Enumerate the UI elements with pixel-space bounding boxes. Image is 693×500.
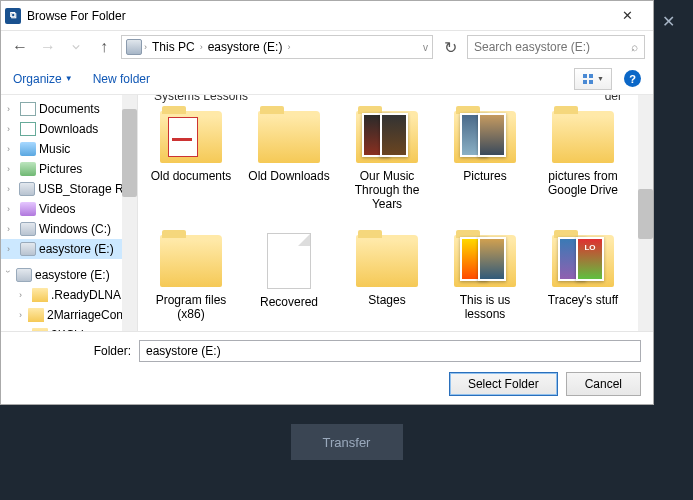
partial-label-right[interactable]: der xyxy=(605,95,622,103)
close-icon[interactable]: ✕ xyxy=(605,2,649,30)
chevron-right-icon[interactable]: › xyxy=(287,42,290,52)
tree-item-group[interactable]: ›easystore (E:) xyxy=(1,265,137,285)
tree-label: Documents xyxy=(39,102,100,116)
tree-item[interactable]: ›.ReadyDLNA xyxy=(1,285,137,305)
folder-icon: LO xyxy=(552,235,614,287)
crumb-drive[interactable]: easystore (E:) xyxy=(205,40,286,54)
expander-icon[interactable]: › xyxy=(7,124,17,134)
new-folder-button[interactable]: New folder xyxy=(93,72,150,86)
tree-label: .ReadyDLNA xyxy=(51,288,121,302)
expander-icon[interactable]: › xyxy=(7,244,17,254)
folder-icon xyxy=(356,111,418,163)
folder-input[interactable] xyxy=(139,340,641,362)
expander-icon[interactable]: › xyxy=(7,144,17,154)
nav-bar: ← → ↑ › This PC › easystore (E:) › v ↻ ⌕ xyxy=(1,31,653,63)
pic-icon xyxy=(20,162,36,176)
tree-item[interactable]: ›2MarriageConfer xyxy=(1,305,137,325)
tree-item[interactable]: ›Videos xyxy=(1,199,137,219)
folder-icon xyxy=(454,111,516,163)
drv-icon xyxy=(19,182,35,196)
tree-label: easystore (E:) xyxy=(35,268,110,282)
tree-scrollbar[interactable] xyxy=(122,95,137,331)
expander-icon[interactable]: › xyxy=(7,204,17,214)
folder-icon xyxy=(160,235,222,287)
tree-item[interactable]: ›Downloads xyxy=(1,119,137,139)
items-grid: Old documentsOld DownloadsOur Music Thro… xyxy=(138,107,638,331)
folder-item[interactable]: Recovered xyxy=(240,231,338,331)
tree-item[interactable]: ›3KCideas xyxy=(1,325,137,331)
titlebar: ⧉ Browse For Folder ✕ xyxy=(1,1,653,31)
up-icon[interactable]: ↑ xyxy=(93,36,115,58)
expander-icon[interactable]: › xyxy=(3,270,13,280)
help-icon[interactable]: ? xyxy=(624,70,641,87)
background-close-icon[interactable]: ✕ xyxy=(662,12,675,31)
folder-label: Folder: xyxy=(13,344,131,358)
item-label: Old Downloads xyxy=(246,169,331,183)
recent-icon[interactable] xyxy=(65,36,87,58)
partial-row: Systems Lessons der xyxy=(138,95,638,103)
chevron-right-icon[interactable]: › xyxy=(200,42,203,52)
item-label: This is us lessons xyxy=(436,293,534,321)
organize-button[interactable]: Organize▼ xyxy=(13,72,73,86)
expander-icon[interactable]: › xyxy=(7,164,17,174)
expander-icon[interactable]: › xyxy=(19,290,29,300)
tree-label: 3KCideas xyxy=(51,328,103,331)
expander-icon[interactable]: › xyxy=(19,330,29,331)
expander-icon[interactable]: › xyxy=(7,184,16,194)
cancel-button[interactable]: Cancel xyxy=(566,372,641,396)
dialog-footer: Folder: Select Folder Cancel xyxy=(1,331,653,404)
item-label: Stages xyxy=(366,293,407,307)
item-label: Old documents xyxy=(149,169,234,183)
tree-item[interactable]: ›USB_Storage Rea xyxy=(1,179,137,199)
expander-icon[interactable]: › xyxy=(7,104,17,114)
tree-item[interactable]: ›Music xyxy=(1,139,137,159)
folder-item[interactable]: Our Music Through the Years xyxy=(338,107,436,231)
svg-rect-2 xyxy=(583,80,587,84)
folder-item[interactable]: Old documents xyxy=(142,107,240,231)
tree-label: easystore (E:) xyxy=(39,242,114,256)
search-box[interactable]: ⌕ xyxy=(467,35,645,59)
folder-icon xyxy=(32,328,48,331)
back-icon[interactable]: ← xyxy=(9,36,31,58)
tree-label: Music xyxy=(39,142,70,156)
tree-item[interactable]: ›Pictures xyxy=(1,159,137,179)
item-label: Program files (x86) xyxy=(142,293,240,321)
folder-item[interactable]: Pictures xyxy=(436,107,534,231)
search-input[interactable] xyxy=(474,40,614,54)
address-bar[interactable]: › This PC › easystore (E:) › v xyxy=(121,35,433,59)
folder-item[interactable]: This is us lessons xyxy=(436,231,534,331)
nav-tree: ›Documents›Downloads›Music›Pictures›USB_… xyxy=(1,95,138,331)
partial-label-left[interactable]: Systems Lessons xyxy=(154,95,248,103)
crumb-this-pc[interactable]: This PC xyxy=(149,40,198,54)
item-label: pictures from Google Drive xyxy=(534,169,632,197)
expander-icon[interactable]: › xyxy=(7,224,17,234)
content-scroll-thumb[interactable] xyxy=(638,189,653,239)
search-icon[interactable]: ⌕ xyxy=(631,40,638,54)
svg-rect-3 xyxy=(589,80,593,84)
folder-icon xyxy=(454,235,516,287)
folder-item[interactable]: LOTracey's stuff xyxy=(534,231,632,331)
select-folder-button[interactable]: Select Folder xyxy=(449,372,558,396)
dropdown-icon[interactable]: v xyxy=(423,42,428,53)
view-mode-button[interactable]: ▼ xyxy=(574,68,612,90)
transfer-button[interactable]: Transfer xyxy=(291,424,403,460)
tree-item[interactable]: ›easystore (E:) xyxy=(1,239,137,259)
refresh-icon[interactable]: ↻ xyxy=(439,36,461,58)
browse-folder-dialog: ⧉ Browse For Folder ✕ ← → ↑ › This PC › … xyxy=(0,0,654,405)
expander-icon[interactable]: › xyxy=(19,310,25,320)
folder-item[interactable]: Program files (x86) xyxy=(142,231,240,331)
tree-item[interactable]: ›Windows (C:) xyxy=(1,219,137,239)
tree-label: Windows (C:) xyxy=(39,222,111,236)
drv-icon xyxy=(20,242,36,256)
item-label: Tracey's stuff xyxy=(546,293,620,307)
forward-icon[interactable]: → xyxy=(37,36,59,58)
folder-item[interactable]: pictures from Google Drive xyxy=(534,107,632,231)
folder-item[interactable]: Stages xyxy=(338,231,436,331)
tree-scroll-thumb[interactable] xyxy=(122,109,137,197)
tree-item[interactable]: ›Documents xyxy=(1,99,137,119)
chevron-right-icon[interactable]: › xyxy=(144,42,147,52)
content-scrollbar[interactable] xyxy=(638,95,653,331)
item-label: Pictures xyxy=(461,169,508,183)
folder-icon xyxy=(32,288,48,302)
folder-item[interactable]: Old Downloads xyxy=(240,107,338,231)
